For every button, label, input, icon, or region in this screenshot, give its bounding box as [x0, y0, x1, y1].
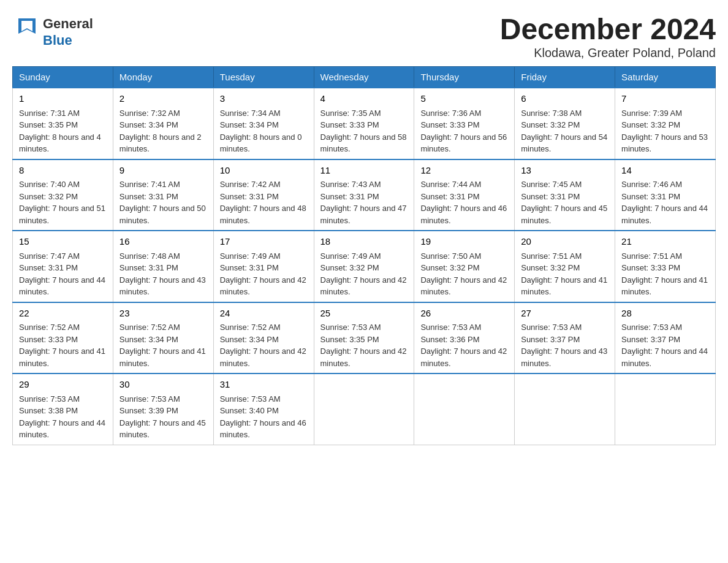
day-number: 17 — [220, 235, 308, 249]
day-number: 13 — [521, 164, 609, 178]
logo-blue-text: Blue — [43, 33, 93, 48]
calendar-cell: 22Sunrise: 7:52 AMSunset: 3:33 PMDayligh… — [13, 302, 113, 374]
calendar-cell: 20Sunrise: 7:51 AMSunset: 3:32 PMDayligh… — [515, 231, 615, 302]
day-number: 23 — [119, 307, 207, 321]
calendar-cell: 6Sunrise: 7:38 AMSunset: 3:32 PMDaylight… — [515, 88, 615, 159]
title-area: December 2024 Klodawa, Greater Poland, P… — [500, 12, 716, 60]
day-info: Sunrise: 7:41 AMSunset: 3:31 PMDaylight:… — [119, 180, 206, 225]
day-number: 31 — [220, 378, 308, 392]
day-number: 11 — [320, 164, 408, 178]
day-info: Sunrise: 7:51 AMSunset: 3:33 PMDaylight:… — [621, 251, 708, 297]
day-info: Sunrise: 7:52 AMSunset: 3:34 PMDaylight:… — [220, 323, 306, 368]
day-info: Sunrise: 7:46 AMSunset: 3:31 PMDaylight:… — [621, 180, 708, 225]
header-sunday: Sunday — [13, 67, 113, 88]
calendar-cell: 23Sunrise: 7:52 AMSunset: 3:34 PMDayligh… — [113, 302, 213, 374]
day-info: Sunrise: 7:34 AMSunset: 3:34 PMDaylight:… — [220, 109, 302, 154]
week-row-3: 15Sunrise: 7:47 AMSunset: 3:31 PMDayligh… — [13, 231, 716, 302]
day-number: 12 — [420, 164, 508, 178]
header-wednesday: Wednesday — [314, 67, 414, 88]
day-info: Sunrise: 7:53 AMSunset: 3:37 PMDaylight:… — [521, 323, 607, 368]
calendar-cell: 4Sunrise: 7:35 AMSunset: 3:33 PMDaylight… — [314, 88, 414, 159]
day-number: 10 — [220, 164, 308, 178]
calendar-cell: 14Sunrise: 7:46 AMSunset: 3:31 PMDayligh… — [615, 159, 716, 231]
day-number: 22 — [19, 307, 107, 321]
day-number: 9 — [119, 164, 207, 178]
day-number: 29 — [19, 378, 107, 392]
day-number: 25 — [320, 307, 408, 321]
calendar-cell: 9Sunrise: 7:41 AMSunset: 3:31 PMDaylight… — [113, 159, 213, 231]
header-friday: Friday — [515, 67, 615, 88]
page-header: General Blue December 2024 Klodawa, Grea… — [12, 12, 716, 60]
header-thursday: Thursday — [414, 67, 515, 88]
header-tuesday: Tuesday — [213, 67, 314, 88]
day-number: 28 — [621, 307, 709, 321]
day-info: Sunrise: 7:47 AMSunset: 3:31 PMDaylight:… — [19, 251, 105, 297]
calendar-cell: 31Sunrise: 7:53 AMSunset: 3:40 PMDayligh… — [213, 373, 314, 445]
day-info: Sunrise: 7:53 AMSunset: 3:39 PMDaylight:… — [119, 394, 206, 440]
day-info: Sunrise: 7:42 AMSunset: 3:31 PMDaylight:… — [220, 180, 306, 225]
day-info: Sunrise: 7:35 AMSunset: 3:33 PMDaylight:… — [320, 109, 407, 154]
day-info: Sunrise: 7:52 AMSunset: 3:34 PMDaylight:… — [119, 323, 206, 368]
day-number: 5 — [420, 92, 508, 106]
day-number: 16 — [119, 235, 207, 249]
day-number: 19 — [420, 235, 508, 249]
calendar-cell: 18Sunrise: 7:49 AMSunset: 3:32 PMDayligh… — [314, 231, 414, 302]
header-saturday: Saturday — [615, 67, 716, 88]
day-number: 4 — [320, 92, 408, 106]
calendar-cell: 26Sunrise: 7:53 AMSunset: 3:36 PMDayligh… — [414, 302, 515, 374]
calendar-cell — [314, 373, 414, 445]
week-row-2: 8Sunrise: 7:40 AMSunset: 3:32 PMDaylight… — [13, 159, 716, 231]
location: Klodawa, Greater Poland, Poland — [500, 46, 716, 60]
day-number: 20 — [521, 235, 609, 249]
calendar-cell: 27Sunrise: 7:53 AMSunset: 3:37 PMDayligh… — [515, 302, 615, 374]
day-info: Sunrise: 7:53 AMSunset: 3:37 PMDaylight:… — [621, 323, 708, 368]
day-info: Sunrise: 7:52 AMSunset: 3:33 PMDaylight:… — [19, 323, 105, 368]
day-number: 26 — [420, 307, 508, 321]
calendar-cell: 24Sunrise: 7:52 AMSunset: 3:34 PMDayligh… — [213, 302, 314, 374]
calendar-cell: 29Sunrise: 7:53 AMSunset: 3:38 PMDayligh… — [13, 373, 113, 445]
day-number: 8 — [19, 164, 107, 178]
calendar-table: Sunday Monday Tuesday Wednesday Thursday… — [12, 66, 716, 445]
day-number: 18 — [320, 235, 408, 249]
calendar-cell: 25Sunrise: 7:53 AMSunset: 3:35 PMDayligh… — [314, 302, 414, 374]
calendar-cell: 21Sunrise: 7:51 AMSunset: 3:33 PMDayligh… — [615, 231, 716, 302]
calendar-cell: 28Sunrise: 7:53 AMSunset: 3:37 PMDayligh… — [615, 302, 716, 374]
logo-icon — [12, 12, 43, 46]
week-row-4: 22Sunrise: 7:52 AMSunset: 3:33 PMDayligh… — [13, 302, 716, 374]
day-info: Sunrise: 7:53 AMSunset: 3:36 PMDaylight:… — [420, 323, 507, 368]
calendar-cell — [515, 373, 615, 445]
day-number: 1 — [19, 92, 107, 106]
calendar-cell: 30Sunrise: 7:53 AMSunset: 3:39 PMDayligh… — [113, 373, 213, 445]
day-info: Sunrise: 7:50 AMSunset: 3:32 PMDaylight:… — [420, 251, 507, 297]
calendar-cell: 15Sunrise: 7:47 AMSunset: 3:31 PMDayligh… — [13, 231, 113, 302]
calendar-cell: 3Sunrise: 7:34 AMSunset: 3:34 PMDaylight… — [213, 88, 314, 159]
calendar-cell — [615, 373, 716, 445]
day-info: Sunrise: 7:49 AMSunset: 3:32 PMDaylight:… — [320, 251, 407, 297]
header-monday: Monday — [113, 67, 213, 88]
day-number: 27 — [521, 307, 609, 321]
day-number: 6 — [521, 92, 609, 106]
day-info: Sunrise: 7:51 AMSunset: 3:32 PMDaylight:… — [521, 251, 607, 297]
day-info: Sunrise: 7:39 AMSunset: 3:32 PMDaylight:… — [621, 109, 708, 154]
day-info: Sunrise: 7:44 AMSunset: 3:31 PMDaylight:… — [420, 180, 507, 225]
day-info: Sunrise: 7:40 AMSunset: 3:32 PMDaylight:… — [19, 180, 105, 225]
day-number: 21 — [621, 235, 709, 249]
day-info: Sunrise: 7:48 AMSunset: 3:31 PMDaylight:… — [119, 251, 206, 297]
day-info: Sunrise: 7:53 AMSunset: 3:40 PMDaylight:… — [220, 394, 306, 440]
calendar-cell: 2Sunrise: 7:32 AMSunset: 3:34 PMDaylight… — [113, 88, 213, 159]
logo: General Blue — [12, 12, 93, 48]
day-info: Sunrise: 7:43 AMSunset: 3:31 PMDaylight:… — [320, 180, 407, 225]
calendar-cell: 13Sunrise: 7:45 AMSunset: 3:31 PMDayligh… — [515, 159, 615, 231]
day-number: 7 — [621, 92, 709, 106]
week-row-5: 29Sunrise: 7:53 AMSunset: 3:38 PMDayligh… — [13, 373, 716, 445]
day-info: Sunrise: 7:49 AMSunset: 3:31 PMDaylight:… — [220, 251, 306, 297]
day-number: 24 — [220, 307, 308, 321]
calendar-cell: 1Sunrise: 7:31 AMSunset: 3:35 PMDaylight… — [13, 88, 113, 159]
calendar-cell: 17Sunrise: 7:49 AMSunset: 3:31 PMDayligh… — [213, 231, 314, 302]
calendar-cell: 12Sunrise: 7:44 AMSunset: 3:31 PMDayligh… — [414, 159, 515, 231]
week-row-1: 1Sunrise: 7:31 AMSunset: 3:35 PMDaylight… — [13, 88, 716, 159]
day-info: Sunrise: 7:53 AMSunset: 3:38 PMDaylight:… — [19, 394, 105, 440]
day-number: 3 — [220, 92, 308, 106]
svg-marker-1 — [21, 21, 32, 31]
calendar-cell: 8Sunrise: 7:40 AMSunset: 3:32 PMDaylight… — [13, 159, 113, 231]
